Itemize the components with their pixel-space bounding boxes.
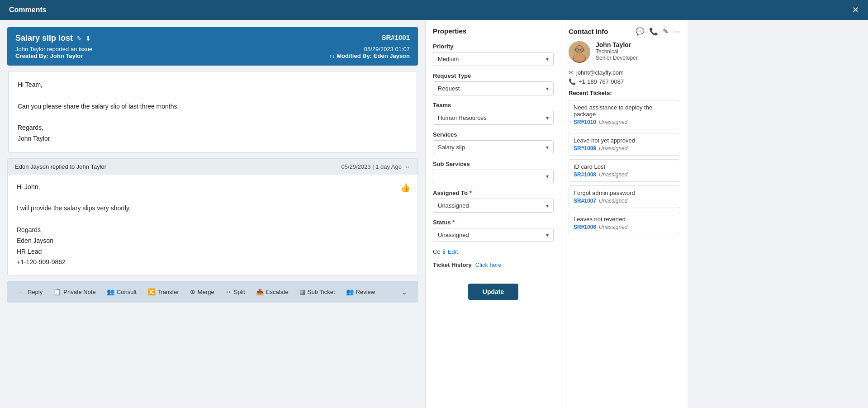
split-button[interactable]: ↔ Split	[221, 285, 250, 298]
priority-section: Priority Medium ▾	[433, 43, 554, 66]
like-icon[interactable]: 👍	[400, 181, 410, 195]
avatar	[569, 41, 590, 63]
minimize-icon[interactable]: —	[673, 28, 680, 36]
priority-value: Medium	[438, 56, 459, 62]
merge-label: Merge	[198, 289, 214, 295]
reply-expand-icon[interactable]: ↔	[404, 163, 410, 170]
reply-label: Reply	[28, 289, 43, 295]
contact-header: Contact Info 💬 📞 ✎ —	[569, 27, 680, 36]
services-label: Services	[433, 131, 554, 138]
split-icon: ↔	[225, 288, 232, 295]
reply-body: 👍 Hi John, I will provide the salary sli…	[8, 175, 417, 275]
transfer-button[interactable]: 🔀 Transfer	[143, 285, 184, 298]
consult-icon: 👥	[107, 288, 114, 295]
private-note-label: Private Note	[63, 289, 96, 295]
contact-role1: Technical	[596, 48, 638, 55]
contact-icons: 💬 📞 ✎ —	[636, 27, 680, 36]
priority-label: Priority	[433, 43, 554, 50]
sub-services-chevron: ▾	[546, 173, 549, 180]
services-select[interactable]: Salary slip ▾	[433, 140, 554, 154]
recent-ticket-meta: SR#1007 Unassigned	[574, 198, 675, 204]
recent-ticket-item: Forgot admin password SR#1007 Unassigned	[569, 185, 680, 208]
recent-ticket-desc: Leave not yet approved	[574, 137, 675, 144]
edit-contact-icon[interactable]: ✎	[663, 27, 669, 36]
cc-edit-link[interactable]: Edit	[448, 248, 458, 255]
sub-services-select[interactable]: ▾	[433, 170, 554, 183]
status-value: Unassigned	[438, 232, 469, 238]
reporter-text: John Taylor reported an issue	[15, 46, 92, 52]
sub-services-section: Sub Services ▾	[433, 161, 554, 183]
cc-info-icon[interactable]: ℹ	[443, 248, 445, 255]
reply-icon: ←	[19, 288, 25, 295]
contact-panel: Contact Info 💬 📞 ✎ —	[561, 20, 688, 408]
reply-button[interactable]: ← Reply	[14, 285, 47, 298]
reply-text: Hi John, I will provide the salary slips…	[17, 182, 408, 268]
original-message: Hi Team, Can you please share the salary…	[8, 71, 417, 153]
assigned-to-select[interactable]: Unassigned ▾	[433, 199, 554, 213]
ticket-history-row: Ticket History Click here	[433, 261, 554, 268]
ticket-meta-right: 05/29/2023 01:07 ↑↓ Modified By: Eden Ja…	[329, 46, 410, 59]
recent-ticket-id[interactable]: SR#1007	[574, 198, 596, 204]
ticket-date: 05/29/2023 01:07	[329, 46, 410, 52]
request-type-select[interactable]: Request ▾	[433, 81, 554, 95]
ticket-title: Salary slip lost	[15, 33, 73, 43]
review-label: Review	[356, 289, 375, 295]
consult-button[interactable]: 👥 Consult	[102, 285, 141, 298]
title-bar: Comments ✕	[0, 0, 868, 20]
priority-select[interactable]: Medium ▾	[433, 52, 554, 66]
close-button[interactable]: ✕	[852, 5, 859, 15]
sub-ticket-button[interactable]: ▦ Sub Ticket	[295, 285, 340, 298]
contact-info-title: Contact Info	[569, 28, 608, 35]
sub-services-label: Sub Services	[433, 161, 554, 167]
properties-title: Properties	[433, 27, 554, 35]
original-message-text: Hi Team, Can you please share the salary…	[18, 80, 408, 144]
teams-value: Human Resources	[438, 114, 487, 121]
svg-point-3	[576, 46, 583, 53]
assigned-to-chevron: ▾	[546, 203, 549, 209]
contact-role2: Senior Developer	[596, 55, 638, 61]
review-button[interactable]: 👥 Review	[342, 285, 380, 298]
svg-point-4	[574, 54, 585, 62]
ticket-history-link[interactable]: Click here	[475, 261, 502, 268]
toolbar-more-icon[interactable]: ⌄	[398, 286, 411, 298]
services-section: Services Salary slip ▾	[433, 131, 554, 154]
recent-ticket-desc: Leaves not reverted	[574, 216, 675, 223]
recent-ticket-status: Unassigned	[599, 171, 627, 178]
teams-label: Teams	[433, 102, 554, 109]
assigned-to-value: Unassigned	[438, 202, 469, 209]
created-by: Created By: John Taylor	[15, 52, 92, 59]
services-chevron: ▾	[546, 144, 549, 151]
status-select[interactable]: Unassigned ▾	[433, 228, 554, 242]
main-layout: Salary slip lost ✎ ⬇ SR#1001 John Taylor…	[0, 20, 868, 408]
recent-ticket-status: Unassigned	[599, 145, 627, 152]
split-label: Split	[234, 289, 245, 295]
chat-icon[interactable]: 💬	[636, 27, 645, 36]
ticket-history-label: Ticket History	[433, 261, 472, 268]
private-note-button[interactable]: 📋 Private Note	[49, 285, 100, 298]
update-button[interactable]: Update	[468, 284, 518, 300]
recent-ticket-item: Leaves not reverted SR#1006 Unassigned	[569, 212, 680, 234]
merge-button[interactable]: ⊕ Merge	[185, 285, 219, 298]
recent-ticket-id[interactable]: SR#1006	[574, 224, 596, 230]
recent-ticket-item: Need assistance to deploy the package SR…	[569, 100, 680, 129]
transfer-icon: 🔀	[147, 288, 155, 295]
recent-ticket-id[interactable]: SR#1009	[574, 145, 596, 152]
contact-email: johnt@clayfly.com	[576, 69, 624, 76]
ticket-id: SR#1001	[381, 33, 410, 41]
merge-icon: ⊕	[190, 288, 195, 295]
teams-chevron: ▾	[546, 115, 549, 121]
reply-container: Edon Jayson replied to John Taylor 05/29…	[7, 158, 418, 275]
escalate-button[interactable]: 📤 Escalate	[251, 285, 293, 298]
download-icon[interactable]: ⬇	[85, 35, 91, 42]
teams-select[interactable]: Human Resources ▾	[433, 111, 554, 125]
phone-icon[interactable]: 📞	[649, 27, 658, 36]
contact-phone-row: 📞 +1-189-767-9087	[569, 78, 680, 85]
edit-icon[interactable]: ✎	[76, 35, 82, 42]
recent-ticket-id[interactable]: SR#1010	[574, 119, 596, 125]
request-type-section: Request Type Request ▾	[433, 72, 554, 95]
recent-ticket-id[interactable]: SR#1008	[574, 171, 596, 178]
review-icon: 👥	[346, 288, 354, 295]
cc-row: Cc ℹ Edit	[433, 248, 554, 255]
recent-ticket-meta: SR#1010 Unassigned	[574, 119, 675, 125]
services-value: Salary slip	[438, 144, 465, 151]
